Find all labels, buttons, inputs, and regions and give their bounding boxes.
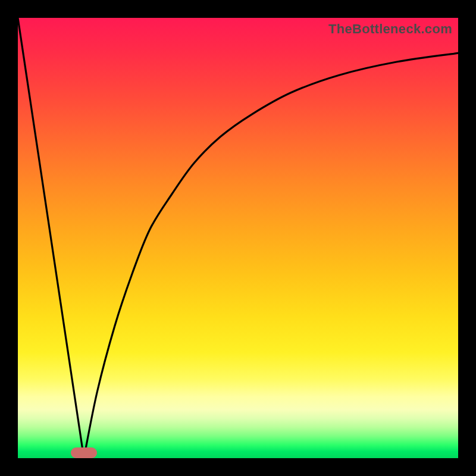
bottleneck-marker xyxy=(71,447,97,458)
left-line xyxy=(18,18,84,458)
curves-svg xyxy=(18,18,458,458)
right-curve xyxy=(84,53,458,458)
chart-frame: TheBottleneck.com xyxy=(0,0,476,476)
plot-area: TheBottleneck.com xyxy=(18,18,458,458)
